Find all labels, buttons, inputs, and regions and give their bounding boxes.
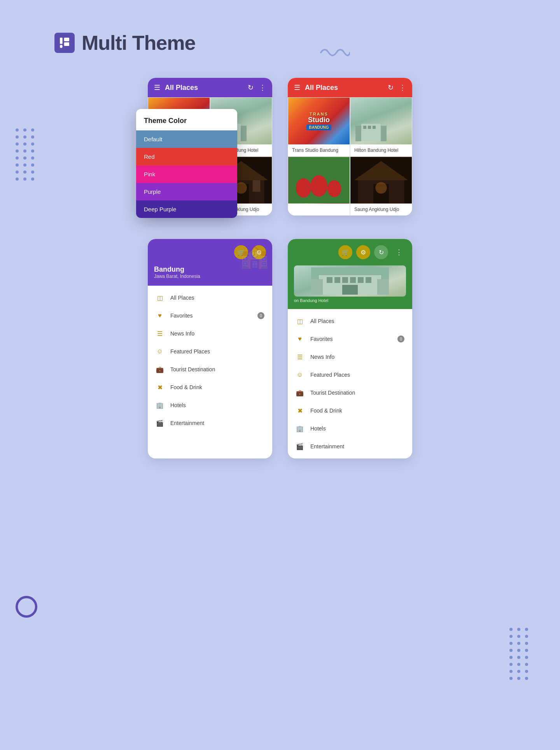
hamburger-icon[interactable]: ☰: [154, 83, 160, 92]
menu-featured-g[interactable]: ☺ Featured Places: [288, 366, 412, 384]
more-icon[interactable]: ⋮: [259, 83, 266, 92]
hotel-header-img: [294, 265, 406, 297]
drawer-green: 🛒 ⚙ ↻ ⋮: [288, 239, 412, 458]
refresh-btn-green[interactable]: ↻: [374, 245, 388, 259]
menu-label-all-places-g: All Places: [310, 318, 334, 324]
svg-rect-47: [327, 277, 332, 283]
drawer-header-green: 🛒 ⚙ ↻ ⋮: [288, 239, 412, 309]
menu-label-featured: Featured Places: [170, 348, 210, 355]
trans-logo-2: TRANS Studio BANDUNG: [306, 112, 331, 131]
smile-icon-g: ☺: [296, 371, 304, 379]
top-phones-row: ☰ All Places ↻ ⋮ TRANS Studio BANDUNG Tr…: [0, 78, 560, 216]
bottom-phones-row: 🏫 🛒 ⚙ Bandung Jawa Barat, Indonesia ◫ Al…: [0, 223, 560, 458]
grid-icon: ◫: [156, 293, 164, 302]
menu-entertainment-g[interactable]: 🎬 Entertainment: [288, 437, 412, 455]
place-card-hilton-2[interactable]: Hilton Bandung Hotel: [350, 97, 412, 156]
menu-label-news-g: News Info: [310, 354, 334, 360]
svg-rect-0: [60, 38, 63, 44]
more-icon-red[interactable]: ⋮: [399, 83, 406, 92]
dropdown-item-deep-purple[interactable]: Deep Purple: [136, 200, 237, 218]
menu-label-hotels-g: Hotels: [310, 425, 326, 432]
svg-rect-50: [350, 277, 356, 283]
settings-icon-btn-green[interactable]: ⚙: [356, 245, 370, 259]
utensils-icon-g: ✖: [296, 406, 304, 415]
drawer-region: Jawa Barat, Indonesia: [154, 274, 266, 279]
menu-label-featured-g: Featured Places: [310, 372, 350, 378]
svg-rect-25: [253, 180, 261, 192]
dropdown-item-pink[interactable]: Pink: [136, 165, 237, 183]
theme-color-dropdown[interactable]: Theme Color Default Red Pink Purple Deep…: [136, 109, 237, 218]
grid-icon-g: ◫: [296, 317, 304, 325]
refresh-icon[interactable]: ↻: [248, 83, 254, 92]
svg-rect-3: [64, 42, 69, 46]
phone-title: All Places: [165, 84, 198, 92]
menu-featured[interactable]: ☺ Featured Places: [148, 343, 272, 360]
hotel-icon-g: 🏢: [296, 424, 304, 433]
svg-rect-49: [342, 277, 348, 283]
svg-rect-48: [334, 277, 340, 283]
heart-icon: ♥: [156, 311, 164, 320]
place-name-saung-2: Saung Angklung Udjo: [350, 204, 412, 215]
theme-icon: [54, 33, 75, 53]
svg-rect-30: [381, 126, 387, 141]
dropdown-item-red[interactable]: Red: [136, 148, 237, 165]
svg-point-36: [310, 175, 327, 197]
drawer-menu-purple: ◫ All Places ♥ Favorites 0 ☰ News Info ☺…: [148, 286, 272, 435]
menu-label-tourist: Tourist Destination: [170, 366, 215, 372]
menu-news-g[interactable]: ☰ News Info: [288, 348, 412, 366]
menu-hotels[interactable]: 🏢 Hotels: [148, 396, 272, 414]
menu-food-g[interactable]: ✖ Food & Drink: [288, 402, 412, 420]
menu-tourist-g[interactable]: 💼 Tourist Destination: [288, 384, 412, 402]
drawer-purple: 🏫 🛒 ⚙ Bandung Jawa Barat, Indonesia ◫ Al…: [148, 239, 272, 458]
menu-favorites[interactable]: ♥ Favorites 0: [148, 307, 272, 325]
menu-label-tourist-g: Tourist Destination: [310, 390, 355, 396]
dropdown-title: Theme Color: [136, 109, 237, 130]
drawer-header-icons-green: 🛒 ⚙ ↻ ⋮: [294, 245, 406, 259]
menu-entertainment[interactable]: 🎬 Entertainment: [148, 414, 272, 432]
header-right-red: ↻ ⋮: [388, 83, 406, 92]
svg-rect-32: [368, 126, 371, 129]
trans-studio-img-2: TRANS Studio BANDUNG: [288, 98, 350, 144]
hamburger-icon-red[interactable]: ☰: [294, 83, 300, 92]
header-left: ☰ All Places: [154, 83, 198, 92]
svg-rect-52: [366, 277, 371, 283]
svg-rect-45: [311, 279, 323, 295]
saung-img-2: [350, 157, 412, 204]
menu-favorites-g[interactable]: ♥ Favorites 0: [288, 330, 412, 348]
menu-label-all-places: All Places: [170, 295, 194, 301]
heart-icon-g: ♥: [296, 335, 304, 343]
smile-icon: ☺: [156, 347, 164, 356]
menu-food[interactable]: ✖ Food & Drink: [148, 378, 272, 396]
place-card-trans-2[interactable]: TRANS Studio BANDUNG Trans Studio Bandun…: [288, 97, 350, 156]
svg-rect-46: [377, 279, 389, 295]
svg-point-37: [327, 180, 341, 197]
briefcase-icon: 💼: [156, 365, 164, 374]
menu-label-food-g: Food & Drink: [310, 407, 342, 414]
squiggle-decoration: [319, 45, 350, 58]
drawer-menu-green: ◫ All Places ♥ Favorites 0 ☰ News Info ☺…: [288, 309, 412, 458]
menu-news[interactable]: ☰ News Info: [148, 325, 272, 343]
menu-all-places[interactable]: ◫ All Places: [148, 289, 272, 307]
refresh-icon-red[interactable]: ↻: [388, 83, 394, 92]
svg-rect-7: [241, 126, 247, 141]
phone-red: ☰ All Places ↻ ⋮ TRANS Studio BANDUNG Tr…: [288, 78, 412, 216]
svg-rect-2: [64, 38, 69, 41]
saung-svg-2: [350, 157, 412, 204]
menu-all-places-g[interactable]: ◫ All Places: [288, 312, 412, 330]
dropdown-item-default[interactable]: Default: [136, 130, 237, 148]
menu-hotels-g[interactable]: 🏢 Hotels: [288, 420, 412, 437]
places-grid-red: TRANS Studio BANDUNG Trans Studio Bandun…: [288, 97, 412, 216]
hotel-building-svg: [311, 267, 389, 295]
place-card-saung-2[interactable]: Saung Angklung Udjo: [350, 156, 412, 216]
menu-label-hotels: Hotels: [170, 402, 186, 408]
dropdown-item-purple[interactable]: Purple: [136, 183, 237, 200]
place-card-strawberry-2[interactable]: [288, 156, 350, 216]
dots-left: [16, 128, 35, 181]
header: Multi Theme: [0, 0, 560, 70]
shop-icon-btn-green[interactable]: 🛒: [338, 245, 352, 259]
dot-circle: [16, 596, 37, 618]
menu-label-news: News Info: [170, 330, 194, 337]
svg-point-42: [375, 182, 387, 194]
menu-tourist[interactable]: 💼 Tourist Destination: [148, 360, 272, 378]
more-btn-green[interactable]: ⋮: [392, 245, 406, 259]
